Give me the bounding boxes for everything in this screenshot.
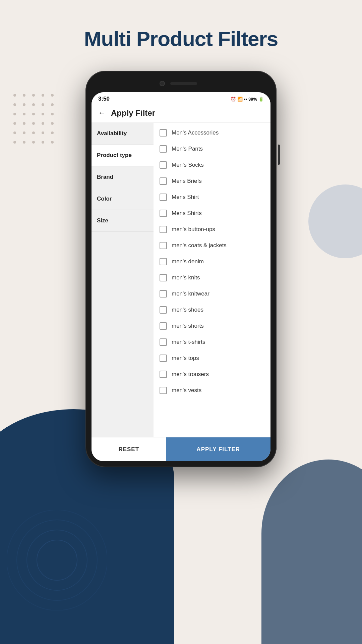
apply-filter-button[interactable]: APPLY FILTER <box>166 437 271 461</box>
checkbox-9[interactable] <box>160 258 167 265</box>
filter-item-13[interactable]: men's shorts <box>154 318 270 334</box>
filter-label-9: men's denim <box>172 258 204 265</box>
filter-content: Availability Product type Brand Color Si… <box>92 123 270 437</box>
phone-mockup: 3:50 ⏰ 📶 ▪▪ 39% 🔋 ← Apply Filter <box>0 71 362 467</box>
phone-volume-button <box>278 145 280 165</box>
filter-item-1[interactable]: Men's Accessories <box>154 125 270 141</box>
filter-label-7: men's button-ups <box>172 226 215 233</box>
checkbox-12[interactable] <box>160 306 167 314</box>
filter-item-3[interactable]: Men's Socks <box>154 157 270 173</box>
background-shape-right <box>261 460 362 644</box>
checkbox-15[interactable] <box>160 355 167 362</box>
status-time: 3:50 <box>98 96 110 102</box>
checkbox-14[interactable] <box>160 338 167 346</box>
sidebar-item-size[interactable]: Size <box>92 210 154 232</box>
checkbox-2[interactable] <box>160 145 167 153</box>
filter-label-3: Men's Socks <box>172 162 204 168</box>
sidebar-item-availability[interactable]: Availability <box>92 123 154 145</box>
filter-label-13: men's shorts <box>172 323 204 329</box>
checkbox-4[interactable] <box>160 177 167 185</box>
checkbox-11[interactable] <box>160 290 167 298</box>
phone-notch <box>92 77 270 90</box>
back-button[interactable]: ← <box>98 109 106 117</box>
battery-text: 39% <box>248 97 257 102</box>
filter-label-11: men's knitwear <box>172 290 209 297</box>
filter-item-16[interactable]: men's trousers <box>154 366 270 382</box>
wifi-icon: 📶 <box>237 97 243 102</box>
background-circles-outline <box>7 510 107 610</box>
alarm-icon: ⏰ <box>231 97 236 102</box>
status-bar: 3:50 ⏰ 📶 ▪▪ 39% 🔋 <box>92 92 270 104</box>
checkbox-10[interactable] <box>160 274 167 281</box>
filter-label-16: men's trousers <box>172 371 209 378</box>
app-header-title: Apply Filter <box>111 108 155 118</box>
svg-point-2 <box>17 520 97 600</box>
filter-label-10: men's knits <box>172 274 200 281</box>
checkbox-5[interactable] <box>160 194 167 201</box>
filter-label-2: Men's Pants <box>172 146 203 152</box>
svg-point-3 <box>7 510 107 610</box>
filter-label-5: Mens Shirt <box>172 194 199 201</box>
filter-item-7[interactable]: men's button-ups <box>154 221 270 237</box>
phone-screen: 3:50 ⏰ 📶 ▪▪ 39% 🔋 ← Apply Filter <box>92 92 270 461</box>
checkbox-3[interactable] <box>160 161 167 169</box>
filter-item-6[interactable]: Mens Shirts <box>154 205 270 221</box>
filter-item-9[interactable]: men's denim <box>154 254 270 270</box>
checkbox-13[interactable] <box>160 322 167 330</box>
filter-label-8: men's coats & jackets <box>172 242 227 249</box>
filter-item-4[interactable]: Mens Briefs <box>154 173 270 189</box>
checkbox-17[interactable] <box>160 387 167 394</box>
filter-item-8[interactable]: men's coats & jackets <box>154 237 270 254</box>
filter-item-12[interactable]: men's shoes <box>154 302 270 318</box>
filter-label-12: men's shoes <box>172 307 203 313</box>
app-header: ← Apply Filter <box>92 104 270 123</box>
filter-item-10[interactable]: men's knits <box>154 270 270 286</box>
signal-icon: ▪▪ <box>244 97 247 102</box>
status-icons: ⏰ 📶 ▪▪ 39% 🔋 <box>231 97 264 102</box>
checkbox-1[interactable] <box>160 129 167 137</box>
page-main-title: Multi Product Filters <box>0 27 362 51</box>
filter-item-17[interactable]: men's vests <box>154 382 270 398</box>
sidebar-item-color[interactable]: Color <box>92 188 154 210</box>
sidebar-item-product-type[interactable]: Product type <box>92 145 154 166</box>
filter-item-15[interactable]: men's tops <box>154 350 270 366</box>
filter-list: Men's AccessoriesMen's PantsMen's SocksM… <box>154 123 270 437</box>
filter-label-15: men's tops <box>172 355 199 362</box>
filter-label-1: Men's Accessories <box>172 129 219 136</box>
filter-item-2[interactable]: Men's Pants <box>154 141 270 157</box>
reset-button[interactable]: RESET <box>92 437 166 461</box>
filter-item-11[interactable]: men's knitwear <box>154 286 270 302</box>
battery-icon: 🔋 <box>258 97 264 102</box>
sidebar-item-brand[interactable]: Brand <box>92 166 154 188</box>
phone-speaker <box>170 82 197 85</box>
filter-sidebar: Availability Product type Brand Color Si… <box>92 123 154 437</box>
filter-label-6: Mens Shirts <box>172 210 202 217</box>
bottom-buttons: RESET APPLY FILTER <box>92 437 270 461</box>
page-title-section: Multi Product Filters <box>0 0 362 71</box>
phone-camera <box>160 81 165 86</box>
svg-point-0 <box>37 540 77 580</box>
phone-body: 3:50 ⏰ 📶 ▪▪ 39% 🔋 ← Apply Filter <box>85 71 277 467</box>
checkbox-6[interactable] <box>160 210 167 217</box>
filter-label-4: Mens Briefs <box>172 178 202 184</box>
checkbox-8[interactable] <box>160 242 167 249</box>
filter-item-14[interactable]: men's t-shirts <box>154 334 270 350</box>
filter-label-17: men's vests <box>172 387 201 394</box>
filter-item-5[interactable]: Mens Shirt <box>154 189 270 205</box>
checkbox-16[interactable] <box>160 371 167 378</box>
filter-label-14: men's t-shirts <box>172 339 205 345</box>
checkbox-7[interactable] <box>160 226 167 233</box>
svg-point-1 <box>27 530 87 590</box>
